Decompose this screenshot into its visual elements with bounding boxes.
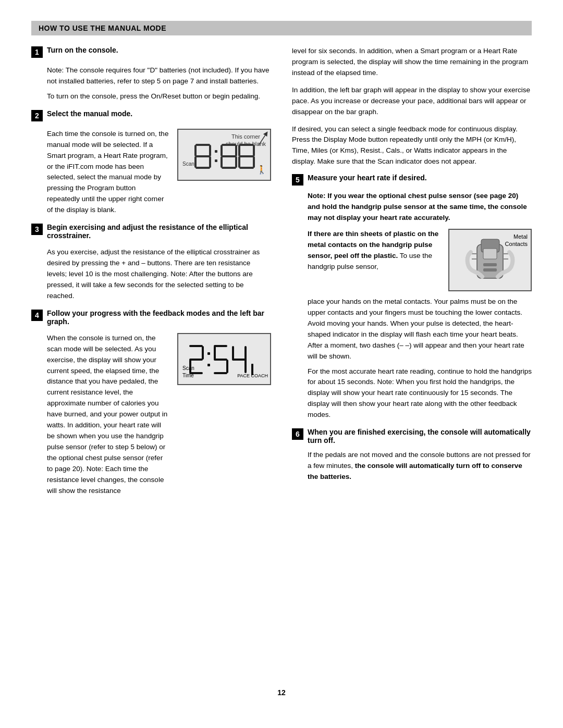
svg-rect-24 <box>189 345 203 347</box>
svg-rect-5 <box>194 156 197 168</box>
svg-rect-37 <box>232 346 234 360</box>
svg-rect-6 <box>209 156 211 168</box>
svg-rect-20 <box>253 145 255 156</box>
svg-rect-35 <box>226 360 228 373</box>
svg-rect-38 <box>244 346 247 373</box>
svg-rect-22 <box>253 156 255 168</box>
right-para-1: level for six seconds. In addition, when… <box>292 46 532 79</box>
time-label: Time <box>182 372 194 380</box>
section-header: HOW TO USE THE MANUAL MODE <box>31 21 532 35</box>
step-1-title: Turn on the console. <box>47 46 118 54</box>
svg-rect-3 <box>194 145 197 156</box>
step-2-content: Each time the console is turned on, the … <box>47 129 271 216</box>
svg-rect-9 <box>222 144 236 146</box>
step-5-content: Note: If you wear the optional chest pul… <box>308 191 532 421</box>
step-6-body: If the pedals are not moved and the cons… <box>308 450 532 483</box>
step-6-content: If the pedals are not moved and the cons… <box>308 450 532 483</box>
step-3: 3 Begin exercising and adjust the resist… <box>31 223 271 240</box>
svg-rect-34 <box>214 346 216 360</box>
step-6-number: 6 <box>292 428 303 440</box>
svg-rect-42 <box>483 249 497 259</box>
step-2-inline-text: Each time the console is turned on, the … <box>47 129 170 216</box>
step-2-title: Select the manual mode. <box>47 109 132 118</box>
svg-rect-19 <box>238 145 240 156</box>
step-4-number: 4 <box>31 310 43 321</box>
step-1-content: Note: The console requires four "D" batt… <box>47 65 271 102</box>
svg-rect-18 <box>239 167 254 169</box>
step-4-content: When the console is turned on, the scan … <box>47 333 271 497</box>
page-number: 12 <box>31 688 532 697</box>
step-4-title: Follow your progress with the feedback m… <box>47 309 271 326</box>
step-5-number: 5 <box>292 174 303 186</box>
svg-rect-1 <box>195 155 210 157</box>
display-scan-label: Scan <box>182 160 194 168</box>
handgrip-figure: MetalContacts <box>448 229 532 291</box>
step-4-inline-text: When the console is turned on, the scan … <box>47 333 170 497</box>
corner-arrow <box>248 131 269 146</box>
right-para-3: If desired, you can select a single feed… <box>292 124 532 168</box>
step-6: 6 When you are finished exercising, the … <box>292 428 532 445</box>
step-5: 5 Measure your heart rate if desired. <box>292 174 532 186</box>
svg-rect-15 <box>235 156 237 168</box>
svg-rect-17 <box>239 155 254 157</box>
svg-rect-7 <box>215 150 217 153</box>
step-5-body4: For the most accurate heart rate reading… <box>308 366 532 421</box>
step-6-title: When you are finished exercising, the co… <box>308 428 532 445</box>
svg-rect-43 <box>483 263 497 266</box>
step-2-figure: Each time the console is turned on, the … <box>47 129 271 216</box>
step-1-number: 1 <box>31 46 43 58</box>
svg-rect-0 <box>195 144 210 146</box>
right-column: level for six seconds. In addition, when… <box>292 46 532 673</box>
console-display-2: Scan Time PACE COACH <box>177 333 271 385</box>
step-5-bold-note: Note: If you wear the optional chest pul… <box>308 191 532 224</box>
step-3-title: Begin exercising and adjust the resistan… <box>47 223 271 240</box>
svg-rect-29 <box>207 352 210 355</box>
svg-rect-27 <box>202 346 204 360</box>
svg-rect-12 <box>221 145 223 156</box>
svg-rect-44 <box>483 268 497 272</box>
console-display-1: This cornershould be blank <box>177 129 271 181</box>
pace-label: PACE COACH <box>237 373 268 380</box>
display-digits-svg <box>193 143 255 171</box>
svg-rect-4 <box>209 145 211 156</box>
step-3-content: As you exercise, adjust the resistance o… <box>47 247 271 302</box>
svg-rect-8 <box>215 159 217 162</box>
walking-figure-1: 🚶 <box>256 164 267 177</box>
step-1: 1 Turn on the console. <box>31 46 271 58</box>
heart-inline-text: If there are thin sheets of plastic on t… <box>308 229 441 277</box>
svg-rect-30 <box>207 364 210 366</box>
step-4: 4 Follow your progress with the feedback… <box>31 309 271 326</box>
svg-rect-21 <box>238 156 240 168</box>
step-2: 2 Select the manual mode. <box>31 109 271 121</box>
step-4-figure: When the console is turned on, the scan … <box>47 333 271 497</box>
svg-rect-33 <box>214 372 227 374</box>
step-2-number: 2 <box>31 110 43 121</box>
svg-rect-10 <box>222 155 236 157</box>
page: HOW TO USE THE MANUAL MODE 1 Turn on the… <box>0 0 563 728</box>
svg-line-23 <box>259 133 266 145</box>
metal-contacts-label: MetalContacts <box>505 233 528 248</box>
svg-rect-2 <box>195 167 210 169</box>
step-3-number: 3 <box>31 224 43 235</box>
svg-rect-11 <box>222 167 236 169</box>
left-column: 1 Turn on the console. Note: The console… <box>31 46 271 673</box>
svg-rect-13 <box>235 145 237 156</box>
step-5-title: Measure your heart rate if desired. <box>308 174 427 182</box>
step-5-body3: place your hands on the metal contacts. … <box>308 297 532 362</box>
heart-figure: If there are thin sheets of plastic on t… <box>308 229 532 291</box>
right-para-2: In addition, the left bar graph will app… <box>292 85 532 118</box>
svg-rect-14 <box>221 156 223 168</box>
